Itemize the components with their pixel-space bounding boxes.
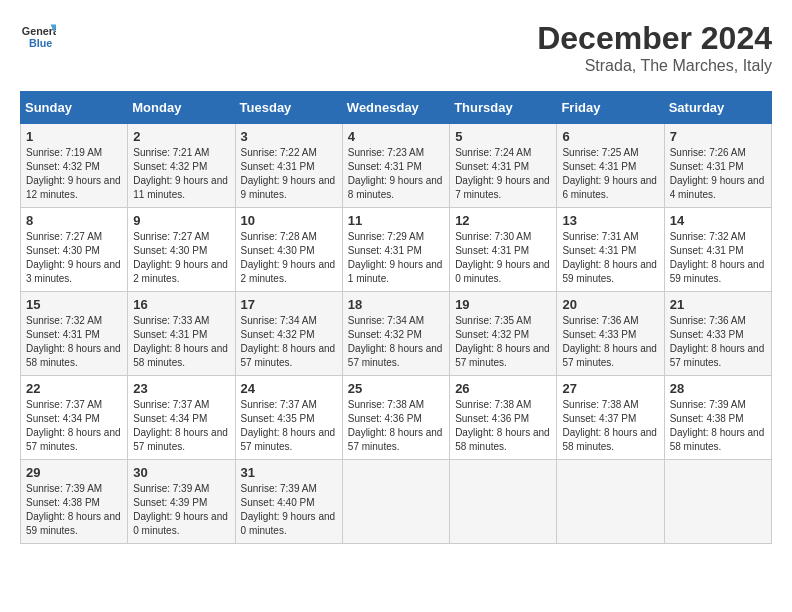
day-info: Sunrise: 7:39 AM Sunset: 4:39 PM Dayligh… [133, 482, 229, 538]
day-info: Sunrise: 7:30 AM Sunset: 4:31 PM Dayligh… [455, 230, 551, 286]
day-info: Sunrise: 7:34 AM Sunset: 4:32 PM Dayligh… [241, 314, 337, 370]
day-number: 5 [455, 129, 551, 144]
day-info: Sunrise: 7:37 AM Sunset: 4:34 PM Dayligh… [133, 398, 229, 454]
day-number: 18 [348, 297, 444, 312]
calendar-cell: 20 Sunrise: 7:36 AM Sunset: 4:33 PM Dayl… [557, 292, 664, 376]
calendar-cell: 6 Sunrise: 7:25 AM Sunset: 4:31 PM Dayli… [557, 124, 664, 208]
month-title: December 2024 [537, 20, 772, 57]
logo: General Blue [20, 20, 56, 56]
day-info: Sunrise: 7:36 AM Sunset: 4:33 PM Dayligh… [562, 314, 658, 370]
day-info: Sunrise: 7:34 AM Sunset: 4:32 PM Dayligh… [348, 314, 444, 370]
col-monday: Monday [128, 92, 235, 124]
calendar-cell: 11 Sunrise: 7:29 AM Sunset: 4:31 PM Dayl… [342, 208, 449, 292]
day-info: Sunrise: 7:32 AM Sunset: 4:31 PM Dayligh… [670, 230, 766, 286]
day-number: 19 [455, 297, 551, 312]
day-number: 24 [241, 381, 337, 396]
day-info: Sunrise: 7:37 AM Sunset: 4:35 PM Dayligh… [241, 398, 337, 454]
calendar-cell: 4 Sunrise: 7:23 AM Sunset: 4:31 PM Dayli… [342, 124, 449, 208]
day-info: Sunrise: 7:31 AM Sunset: 4:31 PM Dayligh… [562, 230, 658, 286]
day-info: Sunrise: 7:22 AM Sunset: 4:31 PM Dayligh… [241, 146, 337, 202]
calendar-cell: 30 Sunrise: 7:39 AM Sunset: 4:39 PM Dayl… [128, 460, 235, 544]
day-info: Sunrise: 7:39 AM Sunset: 4:38 PM Dayligh… [26, 482, 122, 538]
day-info: Sunrise: 7:32 AM Sunset: 4:31 PM Dayligh… [26, 314, 122, 370]
col-friday: Friday [557, 92, 664, 124]
calendar-cell: 18 Sunrise: 7:34 AM Sunset: 4:32 PM Dayl… [342, 292, 449, 376]
day-info: Sunrise: 7:27 AM Sunset: 4:30 PM Dayligh… [26, 230, 122, 286]
svg-text:Blue: Blue [29, 37, 52, 49]
day-number: 14 [670, 213, 766, 228]
day-info: Sunrise: 7:23 AM Sunset: 4:31 PM Dayligh… [348, 146, 444, 202]
day-number: 31 [241, 465, 337, 480]
day-number: 17 [241, 297, 337, 312]
day-number: 27 [562, 381, 658, 396]
day-number: 10 [241, 213, 337, 228]
calendar-cell: 3 Sunrise: 7:22 AM Sunset: 4:31 PM Dayli… [235, 124, 342, 208]
day-info: Sunrise: 7:24 AM Sunset: 4:31 PM Dayligh… [455, 146, 551, 202]
calendar-row: 8 Sunrise: 7:27 AM Sunset: 4:30 PM Dayli… [21, 208, 772, 292]
day-info: Sunrise: 7:29 AM Sunset: 4:31 PM Dayligh… [348, 230, 444, 286]
day-number: 29 [26, 465, 122, 480]
calendar-cell: 15 Sunrise: 7:32 AM Sunset: 4:31 PM Dayl… [21, 292, 128, 376]
day-number: 13 [562, 213, 658, 228]
day-info: Sunrise: 7:25 AM Sunset: 4:31 PM Dayligh… [562, 146, 658, 202]
calendar-row: 22 Sunrise: 7:37 AM Sunset: 4:34 PM Dayl… [21, 376, 772, 460]
calendar-row: 1 Sunrise: 7:19 AM Sunset: 4:32 PM Dayli… [21, 124, 772, 208]
calendar-cell: 7 Sunrise: 7:26 AM Sunset: 4:31 PM Dayli… [664, 124, 771, 208]
day-number: 22 [26, 381, 122, 396]
calendar-cell: 31 Sunrise: 7:39 AM Sunset: 4:40 PM Dayl… [235, 460, 342, 544]
day-info: Sunrise: 7:33 AM Sunset: 4:31 PM Dayligh… [133, 314, 229, 370]
day-info: Sunrise: 7:36 AM Sunset: 4:33 PM Dayligh… [670, 314, 766, 370]
location-subtitle: Strada, The Marches, Italy [537, 57, 772, 75]
calendar-row: 29 Sunrise: 7:39 AM Sunset: 4:38 PM Dayl… [21, 460, 772, 544]
day-info: Sunrise: 7:35 AM Sunset: 4:32 PM Dayligh… [455, 314, 551, 370]
calendar-cell [450, 460, 557, 544]
day-info: Sunrise: 7:37 AM Sunset: 4:34 PM Dayligh… [26, 398, 122, 454]
calendar-cell: 27 Sunrise: 7:38 AM Sunset: 4:37 PM Dayl… [557, 376, 664, 460]
day-info: Sunrise: 7:21 AM Sunset: 4:32 PM Dayligh… [133, 146, 229, 202]
calendar-cell: 24 Sunrise: 7:37 AM Sunset: 4:35 PM Dayl… [235, 376, 342, 460]
day-number: 15 [26, 297, 122, 312]
col-tuesday: Tuesday [235, 92, 342, 124]
day-info: Sunrise: 7:39 AM Sunset: 4:38 PM Dayligh… [670, 398, 766, 454]
day-number: 6 [562, 129, 658, 144]
day-number: 11 [348, 213, 444, 228]
calendar-cell [342, 460, 449, 544]
calendar-cell: 10 Sunrise: 7:28 AM Sunset: 4:30 PM Dayl… [235, 208, 342, 292]
calendar-body: 1 Sunrise: 7:19 AM Sunset: 4:32 PM Dayli… [21, 124, 772, 544]
day-number: 4 [348, 129, 444, 144]
calendar-cell: 22 Sunrise: 7:37 AM Sunset: 4:34 PM Dayl… [21, 376, 128, 460]
header-row: Sunday Monday Tuesday Wednesday Thursday… [21, 92, 772, 124]
day-number: 28 [670, 381, 766, 396]
calendar-table: Sunday Monday Tuesday Wednesday Thursday… [20, 91, 772, 544]
day-info: Sunrise: 7:19 AM Sunset: 4:32 PM Dayligh… [26, 146, 122, 202]
day-info: Sunrise: 7:26 AM Sunset: 4:31 PM Dayligh… [670, 146, 766, 202]
calendar-cell: 29 Sunrise: 7:39 AM Sunset: 4:38 PM Dayl… [21, 460, 128, 544]
day-info: Sunrise: 7:28 AM Sunset: 4:30 PM Dayligh… [241, 230, 337, 286]
day-number: 20 [562, 297, 658, 312]
calendar-cell: 17 Sunrise: 7:34 AM Sunset: 4:32 PM Dayl… [235, 292, 342, 376]
calendar-cell: 5 Sunrise: 7:24 AM Sunset: 4:31 PM Dayli… [450, 124, 557, 208]
day-number: 21 [670, 297, 766, 312]
calendar-cell: 26 Sunrise: 7:38 AM Sunset: 4:36 PM Dayl… [450, 376, 557, 460]
calendar-cell: 19 Sunrise: 7:35 AM Sunset: 4:32 PM Dayl… [450, 292, 557, 376]
day-info: Sunrise: 7:27 AM Sunset: 4:30 PM Dayligh… [133, 230, 229, 286]
calendar-cell: 21 Sunrise: 7:36 AM Sunset: 4:33 PM Dayl… [664, 292, 771, 376]
day-info: Sunrise: 7:39 AM Sunset: 4:40 PM Dayligh… [241, 482, 337, 538]
calendar-cell [557, 460, 664, 544]
col-thursday: Thursday [450, 92, 557, 124]
logo-icon: General Blue [20, 20, 56, 56]
col-saturday: Saturday [664, 92, 771, 124]
calendar-cell: 12 Sunrise: 7:30 AM Sunset: 4:31 PM Dayl… [450, 208, 557, 292]
day-info: Sunrise: 7:38 AM Sunset: 4:36 PM Dayligh… [348, 398, 444, 454]
day-number: 9 [133, 213, 229, 228]
day-number: 16 [133, 297, 229, 312]
calendar-cell: 25 Sunrise: 7:38 AM Sunset: 4:36 PM Dayl… [342, 376, 449, 460]
col-wednesday: Wednesday [342, 92, 449, 124]
day-info: Sunrise: 7:38 AM Sunset: 4:36 PM Dayligh… [455, 398, 551, 454]
calendar-cell: 16 Sunrise: 7:33 AM Sunset: 4:31 PM Dayl… [128, 292, 235, 376]
day-number: 25 [348, 381, 444, 396]
day-number: 26 [455, 381, 551, 396]
calendar-cell: 14 Sunrise: 7:32 AM Sunset: 4:31 PM Dayl… [664, 208, 771, 292]
col-sunday: Sunday [21, 92, 128, 124]
day-number: 2 [133, 129, 229, 144]
